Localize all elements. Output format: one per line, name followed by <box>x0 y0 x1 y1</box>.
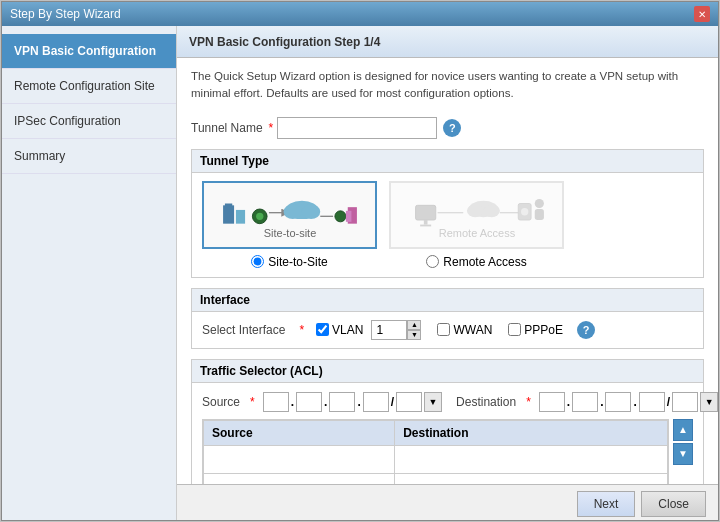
source-ip-1[interactable] <box>263 392 289 412</box>
interface-section: Interface Select Interface * VLAN <box>191 288 704 349</box>
sidebar-item-remote-config[interactable]: Remote Configuration Site <box>2 69 176 104</box>
svg-rect-0 <box>223 205 234 223</box>
tunnel-type-title: Tunnel Type <box>192 150 703 173</box>
dest-ip-4[interactable] <box>639 392 665 412</box>
tunnel-name-row: Tunnel Name * ? <box>191 117 704 139</box>
acl-table: Source Destination <box>203 420 668 485</box>
traffic-input-row: Source * . . . / <box>202 391 693 413</box>
vlan-checkbox[interactable] <box>316 323 329 336</box>
svg-point-7 <box>283 204 301 219</box>
svg-text:Site-to-site: Site-to-site <box>263 227 316 239</box>
tunnel-option-site-to-site: Site-to-site Site <box>202 181 377 269</box>
dest-ip-2[interactable] <box>572 392 598 412</box>
source-ip-3[interactable] <box>329 392 355 412</box>
interface-required: * <box>299 323 304 337</box>
svg-rect-25 <box>534 209 543 220</box>
source-ip-2[interactable] <box>296 392 322 412</box>
wwan-checkbox[interactable] <box>437 323 450 336</box>
window-close-button[interactable]: ✕ <box>694 6 710 22</box>
remote-access-radio[interactable] <box>426 255 439 268</box>
wizard-body: VPN Basic Configuration Remote Configura… <box>2 26 718 520</box>
site-to-site-radio[interactable] <box>251 255 264 268</box>
dest-mask-dropdown[interactable]: ▼ <box>700 392 718 412</box>
sidebar-item-summary[interactable]: Summary <box>2 139 176 174</box>
svg-point-19 <box>466 204 483 217</box>
svg-point-4 <box>256 213 263 220</box>
svg-rect-16 <box>420 225 431 227</box>
tunnel-name-help-icon[interactable]: ? <box>443 119 461 137</box>
dest-mask[interactable] <box>672 392 698 412</box>
traffic-content: Source * . . . / <box>192 383 703 485</box>
close-button[interactable]: Close <box>641 491 706 517</box>
select-interface-label: Select Interface <box>202 323 285 337</box>
remote-access-radio-label[interactable]: Remote Access <box>426 255 526 269</box>
svg-point-23 <box>521 208 528 215</box>
tunnel-type-section: Tunnel Type <box>191 149 704 278</box>
table-row-empty-1 <box>204 445 668 473</box>
svg-point-10 <box>334 211 345 222</box>
col-source: Source <box>204 420 395 445</box>
sidebar-item-vpn-basic[interactable]: VPN Basic Configuration <box>2 34 176 69</box>
vlan-input[interactable] <box>371 320 407 340</box>
svg-rect-12 <box>345 211 351 222</box>
acl-table-container: Source Destination <box>202 419 693 485</box>
vlan-spinner: ▲ ▼ <box>371 320 421 340</box>
svg-rect-2 <box>235 210 244 224</box>
site-to-site-radio-label[interactable]: Site-to-Site <box>251 255 327 269</box>
destination-label: Destination <box>456 395 516 409</box>
scroll-down-button[interactable]: ▼ <box>673 443 693 465</box>
svg-rect-1 <box>224 204 231 208</box>
sidebar: VPN Basic Configuration Remote Configura… <box>2 26 177 520</box>
interface-title: Interface <box>192 289 703 312</box>
destination-required: * <box>526 395 531 409</box>
spinner-buttons: ▲ ▼ <box>407 320 421 340</box>
content-area: The Quick Setup Wizard option is designe… <box>177 58 718 484</box>
svg-rect-15 <box>423 220 427 225</box>
tunnel-options: Site-to-site Site <box>192 181 703 269</box>
svg-rect-14 <box>415 205 435 220</box>
wwan-checkbox-label[interactable]: WWAN <box>437 323 492 337</box>
traffic-title: Traffic Selector (ACL) <box>192 360 703 383</box>
svg-text:Remote Access: Remote Access <box>438 227 515 239</box>
table-scroll-buttons: ▲ ▼ <box>673 419 693 485</box>
acl-table-wrapper: Source Destination <box>202 419 669 485</box>
source-mask-dropdown[interactable]: ▼ <box>424 392 442 412</box>
interface-row: Select Interface * VLAN ▲ ▼ <box>202 320 693 340</box>
col-destination: Destination <box>395 420 668 445</box>
pppoe-checkbox-label[interactable]: PPPoE <box>508 323 563 337</box>
step-header: VPN Basic Configuration Step 1/4 <box>177 26 718 58</box>
remote-access-image-box[interactable]: Remote Access <box>389 181 564 249</box>
source-ip-4[interactable] <box>363 392 389 412</box>
vlan-increment[interactable]: ▲ <box>407 320 421 330</box>
source-mask[interactable] <box>396 392 422 412</box>
tunnel-name-label: Tunnel Name <box>191 121 263 135</box>
scroll-up-button[interactable]: ▲ <box>673 419 693 441</box>
svg-point-24 <box>534 199 543 208</box>
table-row-empty-2 <box>204 473 668 484</box>
vlan-decrement[interactable]: ▼ <box>407 330 421 340</box>
main-content: VPN Basic Configuration Step 1/4 The Qui… <box>177 26 718 520</box>
dest-ip-3[interactable] <box>605 392 631 412</box>
pppoe-checkbox[interactable] <box>508 323 521 336</box>
footer-bar: Next Close <box>177 484 718 520</box>
source-label: Source <box>202 395 240 409</box>
source-ip-group: . . . / ▼ <box>263 392 442 412</box>
tunnel-name-required: * <box>269 121 274 135</box>
traffic-section: Traffic Selector (ACL) Source * . . <box>191 359 704 485</box>
dest-ip-1[interactable] <box>539 392 565 412</box>
interface-content: Select Interface * VLAN ▲ ▼ <box>192 312 703 348</box>
site-to-site-image-box[interactable]: Site-to-site <box>202 181 377 249</box>
source-required: * <box>250 395 255 409</box>
title-bar-text: Step By Step Wizard <box>10 7 121 21</box>
title-bar: Step By Step Wizard ✕ <box>2 2 718 26</box>
tunnel-name-input[interactable] <box>277 117 437 139</box>
svg-point-20 <box>483 204 500 217</box>
wizard-window: Step By Step Wizard ✕ VPN Basic Configur… <box>1 1 719 521</box>
vlan-checkbox-label[interactable]: VLAN <box>316 323 363 337</box>
sidebar-item-ipsec[interactable]: IPSec Configuration <box>2 104 176 139</box>
interface-help-icon[interactable]: ? <box>577 321 595 339</box>
tunnel-option-remote-access: Remote Access Remote Access <box>389 181 564 269</box>
description-text: The Quick Setup Wizard option is designe… <box>191 68 704 103</box>
next-button[interactable]: Next <box>577 491 636 517</box>
destination-ip-group: . . . / ▼ <box>539 392 718 412</box>
